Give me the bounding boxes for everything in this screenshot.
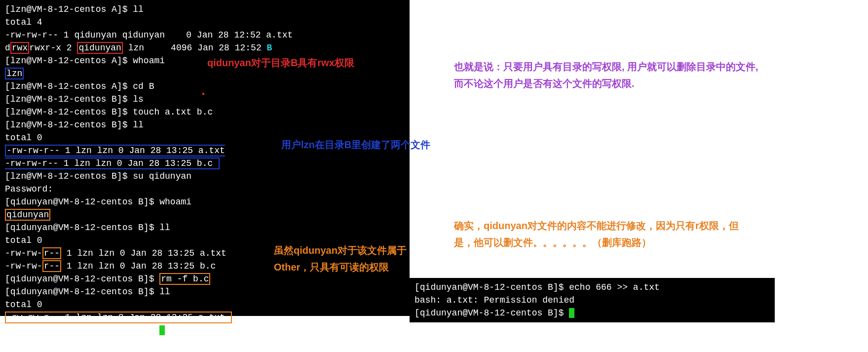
created-files-highlight: -rw-rw-r-- 1 lzn lzn 0 Jan 28 13:25 a.tx… xyxy=(5,145,225,169)
perm-rest-b: 1 lzn lzn 0 Jan 28 13:25 b.c xyxy=(61,261,216,271)
perm-rwx-highlight: rwx xyxy=(10,42,29,54)
cmd-su: [lzn@VM-8-12-centos B]$ su qidunyan xyxy=(5,171,191,181)
remaining-file: -rw-rw-r-- 1 lzn lzn 0 Jan 28 13:25 a.tx… xyxy=(5,312,232,323)
cmd-ll: [lzn@VM-8-12-centos A]$ ll xyxy=(5,4,144,14)
file-b-c: -rw-rw-r-- 1 lzn lzn 0 Jan 28 13:25 b.c xyxy=(5,158,218,168)
out-total0: total 0 xyxy=(5,133,42,143)
cmd-ls: [lzn@VM-8-12-centos B]$ ls xyxy=(5,94,144,104)
prompt-rm: [qidunyan@VM-8-12-centos B]$ xyxy=(5,274,159,284)
cmd-ll4: [qidunyan@VM-8-12-centos B]$ ll xyxy=(5,287,170,297)
red-dot-icon xyxy=(202,93,204,95)
ls-dir-prefix: d xyxy=(5,43,10,53)
ls-mid1: rwxr-x 2 xyxy=(29,43,77,53)
perm-r-a: r-- xyxy=(42,247,61,259)
out-total0b: total 0 xyxy=(5,235,42,245)
whoami-lzn: lzn xyxy=(5,68,24,79)
cmd-ll3: [qidunyan@VM-8-12-centos B]$ ll xyxy=(5,223,170,233)
cmd-rm: rm -f b.c xyxy=(159,273,210,285)
dir-B: B xyxy=(267,43,272,53)
terminal-output: [lzn@VM-8-12-centos A]$ ll total 4 -rw-r… xyxy=(5,3,405,337)
cmd-whoami2: [qidunyan@VM-8-12-centos B]$ whoami xyxy=(5,197,191,207)
cmd-ll2: [lzn@VM-8-12-centos B]$ ll xyxy=(5,120,144,130)
cursor-icon xyxy=(159,325,165,335)
terminal-bottom-output: [qidunyan@VM-8-12-centos B]$ echo 666 >>… xyxy=(415,281,770,319)
perm-pre-b: -rw-rw- xyxy=(5,261,42,271)
ls-mid2: lzn 4096 Jan 28 12:52 xyxy=(123,43,267,53)
cmd-cd: [lzn@VM-8-12-centos A]$ cd B xyxy=(5,81,154,91)
owner-highlight: qidunyan xyxy=(77,42,122,54)
cursor-icon-2 xyxy=(569,308,574,318)
annotation-purple-explain: 也就是说：只要用户具有目录的写权限, 用户就可以删除目录中的文件, 而不论这个用… xyxy=(454,58,770,92)
terminal-bottom[interactable]: [qidunyan@VM-8-12-centos B]$ echo 666 >>… xyxy=(410,278,775,322)
out-total: total 4 xyxy=(5,17,42,27)
cmd-echo: [qidunyan@VM-8-12-centos B]$ echo 666 >>… xyxy=(415,282,660,292)
prompt-bottom: [qidunyan@VM-8-12-centos B]$ xyxy=(415,308,569,318)
out-total0c: total 0 xyxy=(5,300,42,310)
cmd-whoami: [lzn@VM-8-12-centos A]$ whoami xyxy=(5,56,165,66)
annotation-red-perm: qidunyan对于目录B具有rwx权限 xyxy=(207,54,354,71)
annotation-blue-created: 用户lzn在目录B里创建了两个文件 xyxy=(281,136,430,153)
perm-r-b: r-- xyxy=(42,260,61,272)
prompt-final: [qidunyan@VM-8-12-centos B]$ xyxy=(5,325,159,335)
perm-pre-a: -rw-rw- xyxy=(5,248,42,258)
out-file-a: -rw-rw-r-- 1 qidunyan qidunyan 0 Jan 28 … xyxy=(5,30,293,40)
password-prompt: Password: xyxy=(5,184,53,194)
file-a-txt: -rw-rw-r-- 1 lzn lzn 0 Jan 28 13:25 a.tx… xyxy=(6,146,225,156)
perm-rest-a: 1 lzn lzn 0 Jan 28 13:25 a.txt xyxy=(61,248,226,258)
annotation-orange-other: 虽然qidunyan对于该文件属于Other，只具有可读的权限 xyxy=(274,242,412,275)
cmd-touch: [lzn@VM-8-12-centos B]$ touch a.txt b.c xyxy=(5,107,213,117)
whoami-qidunyan: qidunyan xyxy=(5,209,50,221)
out-permission-denied: bash: a.txt: Permission denied xyxy=(415,295,574,305)
annotation-orange-delete: 确实，qidunyan对文件的内容不能进行修改，因为只有r权限，但是，他可以删文… xyxy=(454,217,750,251)
